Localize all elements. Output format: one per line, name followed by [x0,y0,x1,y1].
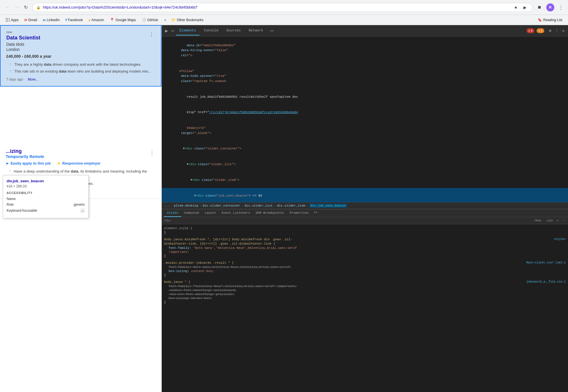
bookmark-github[interactable]: ⚪ GitHub [139,17,160,23]
job-bullets: They are a highly data driven company an… [6,62,155,74]
css-block-mosaic: .mosaic-provider-jobcards .result * { Ma… [164,261,566,277]
job-more-link[interactable]: More... [28,77,38,81]
folder-icon: 📁 [171,18,176,22]
bookmark-linkedin[interactable]: in LinkedIn [41,17,62,23]
more-bookmarks-button[interactable]: » [163,17,168,23]
bookmark-amazon[interactable]: a Amazon [86,17,106,23]
css-block-element-style: element.style { } [164,227,566,234]
breadcrumb-slider-list[interactable]: div.slider_list [245,204,273,207]
bookmarks-bar: Apps M Gmail in LinkedIn f Facebook a Am… [0,15,568,25]
job-bullet-1: They are a highly data driven company an… [11,62,155,67]
styles-tab-styles[interactable]: Styles [164,209,181,217]
job-card-1[interactable]: ⋮ new Data Scientist Data Idols London £… [0,25,161,87]
responsive-label: Responsive employer [62,161,101,165]
tree-line-5[interactable]: 94a&vjs=3" target="_blank"> [162,121,568,141]
css-source-jobsearch[interactable]: jobsearch_a…_file.css:1 [526,280,566,283]
tree-line-1[interactable]: data-jk="9da21f9d62d065b2" data-hiring-e… [162,38,568,63]
bookmark-google-maps[interactable]: 📍 Google Maps [107,17,138,23]
styles-tab-computed[interactable]: Computed [181,209,202,217]
error-badge: ✕ 3 [527,28,534,33]
css-close-element-style: } [164,231,566,234]
linkedin-icon: in [43,18,46,22]
forward-button[interactable]: → [13,3,21,11]
tab-console[interactable]: Console [201,26,222,35]
access-name-row: Name [7,197,85,201]
apply-label: Easily apply to this job [11,161,51,165]
css-selector-mosaic: .mosaic-provider-jobcards .result * { Ma… [164,261,566,265]
settings-button[interactable]: ⚙ [548,27,552,34]
job-card-1-more-button[interactable]: ⋮ [147,30,156,39]
menu-button[interactable]: ⋮ [557,3,565,12]
bookmark-github-label: GitHub [147,18,158,22]
refresh-button[interactable]: ↻ [22,3,30,11]
bookmark-other[interactable]: 📁 Other Bookmarks [169,17,206,23]
tree-line-job-beacon[interactable]: ▼<div class="job_seen_beacon"> == $0 [162,188,568,202]
tree-line-4[interactable]: ktop" href="/rc/clk?jk=9da21f9d62d065b2&… [162,105,568,121]
device-toolbar-button[interactable]: ▭ [170,27,175,34]
inspector-button[interactable]: ▶ [164,27,169,35]
url-input[interactable] [43,5,509,9]
styles-tab-dom-breakpoints[interactable]: DOM Breakpoints [253,209,287,217]
job-salary: £40,000 - £60,000 a year [6,54,155,59]
cls-filter-button[interactable]: .cls [544,218,554,223]
back-button[interactable]: ← [3,3,11,11]
access-role-val: generic [74,203,85,207]
job-title[interactable]: Data Scientist [6,35,155,41]
add-style-button[interactable]: + [556,218,560,223]
devtools-panel: ▶ ▭ Elements Console Sources Network »» … [162,25,568,392]
bookmark-facebook[interactable]: f Facebook [63,17,85,23]
tree-line-slider-item[interactable]: ▼<div class="slider_item"> [162,172,568,188]
access-keyboard-key: Keyboard-focusable [7,209,37,213]
bookmark-apps[interactable]: Apps [3,17,21,23]
devtools-more-tabs[interactable]: »» [268,28,276,34]
close-devtools-button[interactable]: ✕ [561,27,566,34]
access-role-key: Role [7,203,14,207]
layout-button[interactable]: ▫ [561,218,566,223]
apps-grid-icon [6,18,10,22]
tab-sources[interactable]: Sources [223,26,244,35]
tree-line-slider-list[interactable]: ▼<div class="slider_list"> [162,157,568,173]
styles-more-tabs[interactable]: »» [311,209,320,217]
access-name-key: Name [7,197,16,201]
address-actions: ★ ▶ [512,3,529,11]
hover-filter-button[interactable]: :hov [533,218,542,223]
tree-line-slider-container[interactable]: ▼<div class="slider_container"> [162,141,568,157]
css-prop-font-family-3: font-family: "Helvetica Neue",Helvetica,… [164,285,566,288]
styles-filter-bar: :hov .cls + ▫ [162,217,568,224]
breadcrumb-slider-container[interactable]: div.slider_container [203,204,240,207]
address-bar[interactable]: 🔒 ★ ▶ [33,3,533,12]
tree-line-3[interactable]: result job_9da21f9d62d065b2 resultWithSh… [162,89,568,105]
cast-button[interactable]: ▶ [521,3,529,11]
styles-tab-layout[interactable]: Layout [202,209,219,217]
apply-button[interactable]: ► Easily apply to this job [6,161,51,165]
breadcrumb-ellipsis[interactable]: ... [164,204,170,207]
left-panel: ⋮ new Data Scientist Data Idols London £… [0,25,162,392]
bookmark-amazon-label: Amazon [91,18,104,22]
bookmark-gmail[interactable]: M Gmail [22,17,39,23]
styles-tab-properties[interactable]: Properties [287,209,311,217]
styles-tab-event-listeners[interactable]: Event Listeners [219,209,253,217]
reading-list-label: Reading List [543,18,562,22]
breadcrumb-pltem[interactable]: pltem.desktop [174,204,198,207]
tab-elements[interactable]: Elements [176,26,199,35]
extensions-button[interactable]: ■ [535,3,543,11]
breadcrumb-job-seen-beacon[interactable]: div.job_seen_beacon [309,204,347,208]
element-style-label: element.style { [164,227,192,230]
more-options-button[interactable]: ⋮ [554,27,560,34]
bookmark-star-button[interactable]: ★ [512,3,520,11]
styles-filter-input[interactable] [164,219,533,222]
github-icon: ⚪ [142,18,146,22]
styles-tabs: Styles Computed Layout Event Listeners D… [162,209,568,217]
element-class-name: div.job_seen_beacon [7,179,85,183]
css-prop-box-sizing: box-sizing: content-box; [164,269,566,273]
css-source-style[interactable]: <style> [554,238,566,241]
elements-tree[interactable]: data-jk="9da21f9d62d065b2" data-hiring-e… [162,37,568,202]
reading-list-button[interactable]: 🔖 Reading List [535,17,565,23]
tab-network[interactable]: Network [245,26,267,35]
profile-avatar[interactable]: R [546,3,554,11]
tree-line-2[interactable]: ofollow" data-hide-spinner="true" class=… [162,63,568,89]
css-source-main[interactable]: Main-client.css? [sm]:1 [526,261,566,264]
styles-panel: Styles Computed Layout Event Listeners D… [162,209,568,392]
breadcrumb-slider-item[interactable]: div.slider_item [277,204,305,207]
job-card-2-more-button[interactable]: ⋮ [147,148,157,157]
